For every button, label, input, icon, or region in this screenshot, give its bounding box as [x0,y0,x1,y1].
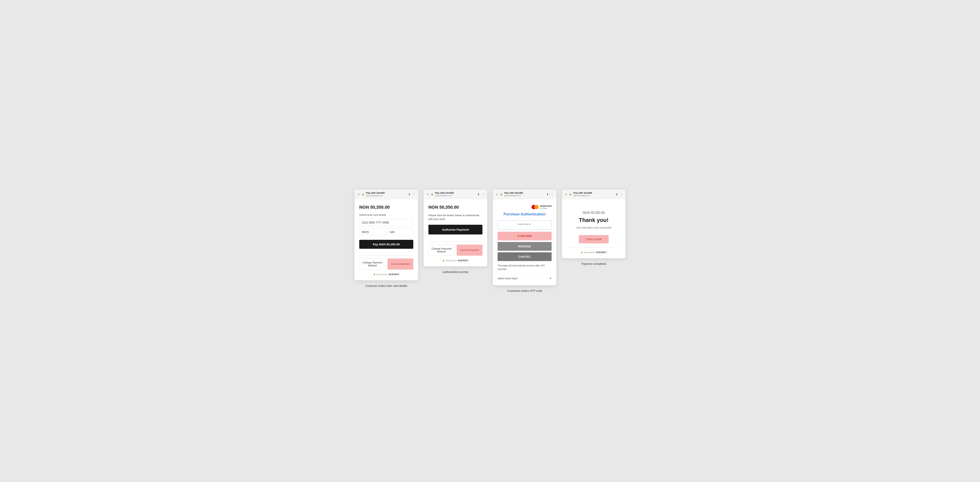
success-subtitle: Your trancation was successful [567,226,621,229]
browser-url-4: pay.seerbitapi.com [573,195,614,197]
mastercard-logo: mastercard ID Check [531,205,552,209]
cancel-payment-button-2[interactable]: Cancel Payment [457,244,482,256]
caption-2: Authorization prompt [442,270,468,274]
panel-1-wrapper: ✕ 🔒 Pay with SeerBit pay.seerbitapi.com … [355,190,418,287]
browser-title-1: Pay with SeerBit [366,192,407,194]
close-icon-4[interactable]: ✕ [565,193,568,196]
card-details-label: Debit/credit card details [359,213,413,216]
more-icon-4[interactable]: ⋮ [620,193,623,196]
card-number-input[interactable] [359,219,413,226]
help-row: Need some help? + [498,274,552,281]
secured-footer-2: 🔒 Secured by SEERBIT [428,259,482,262]
mc-circle-orange [534,205,539,209]
seerbit-logo-2: SEERBIT [458,259,469,262]
cvv-input[interactable] [387,228,413,236]
amount-label-2: NGN 50,350.00 [428,205,482,210]
divider-1 [359,255,413,256]
browser-frame-1: ✕ 🔒 Pay with SeerBit pay.seerbitapi.com … [355,190,418,280]
mastercard-header: mastercard ID Check [498,205,552,209]
timeout-text: The page will automatically timeout afte… [498,264,552,271]
purchase-auth-title: Purchase Authentication [498,212,552,216]
browser-title-block-4: Pay with SeerBit pay.seerbitapi.com [573,192,614,197]
bottom-actions-1: Change Payment Method Cancel Payment [359,258,413,270]
panels-container: ✕ 🔒 Pay with SeerBit pay.seerbitapi.com … [351,190,629,292]
expiry-input[interactable] [359,228,385,236]
change-payment-method-button-2[interactable]: Change Payment Method [428,244,455,256]
more-icon-2[interactable]: ⋮ [482,193,484,196]
close-modal-button[interactable]: Close modal [579,235,609,243]
lock-icon-4: 🔒 [569,193,572,196]
browser-title-2: Pay with SeerBit [435,192,476,194]
otp-input[interactable] [498,220,552,230]
panel-3-content: mastercard ID Check Purchase Authenticat… [493,199,556,285]
secured-by-text-4: Secured by [584,251,595,254]
cancel-otp-button[interactable]: CANCEL [498,252,552,261]
secured-footer-1: 🔒 Secured by SEERBIT [359,273,413,276]
close-icon[interactable]: ✕ [357,193,360,196]
panel-1-content: NGN 50,350.00 Debit/credit card details … [355,199,418,280]
pay-button[interactable]: Pay NGN 50,350.00 [359,240,413,249]
confirm-button[interactable]: CONFIRM [498,231,552,240]
panel-2-content: NGN 50,350.00 Please click the button be… [424,199,487,266]
caption-1: Customer enters their card details [366,284,407,287]
browser-frame-4: ✕ 🔒 Pay with SeerBit pay.seerbitapi.com … [562,190,625,258]
panel-3-wrapper: ✕ 🔒 Pay with SeerBit pay.seerbitapi.com … [493,190,556,292]
share-icon-4[interactable]: ⬆ [616,193,618,196]
close-icon-3[interactable]: ✕ [496,193,498,196]
secured-by-text-2: Secured by [446,259,457,262]
browser-title-3: Pay with SeerBit [504,192,545,194]
panel-4-content: NGN 50,350.00 Thank you! Your trancation… [562,199,625,258]
close-icon-2[interactable]: ✕ [426,193,429,196]
browser-actions-1: ⬆ ⋮ [408,193,415,196]
lock-icon-2: 🔒 [431,193,434,196]
more-icon-3[interactable]: ⋮ [551,193,554,196]
success-amount: NGN 50,350.00 [567,211,621,215]
bottom-actions-2: Change Payment Method Cancel Payment [428,244,482,256]
mastercard-circles [531,205,539,209]
mastercard-subtext: ID Check [540,207,552,209]
panel-4-wrapper: ✕ 🔒 Pay with SeerBit pay.seerbitapi.com … [562,190,625,265]
thank-you-title: Thank you! [567,217,621,224]
footer-lock-icon-1: 🔒 [373,273,375,275]
caption-4: Payment completed [581,262,606,265]
secured-footer-4: 🔒 Secured by SEERBIT [567,251,621,254]
mastercard-text-block: mastercard ID Check [540,205,552,209]
browser-url-3: pay.seerbitapi.com [504,195,545,197]
browser-title-block-1: Pay with SeerBit pay.seerbitapi.com [366,192,407,197]
secured-by-text-1: Secured by [377,273,388,276]
browser-title-block-3: Pay with SeerBit pay.seerbitapi.com [504,192,545,197]
footer-lock-icon-2: 🔒 [442,259,445,262]
more-icon[interactable]: ⋮ [412,193,415,196]
browser-bar-3: ✕ 🔒 Pay with SeerBit pay.seerbitapi.com … [493,190,556,199]
browser-url-2: pay.seerbitapi.com [435,195,476,197]
browser-bar-2: ✕ 🔒 Pay with SeerBit pay.seerbitapi.com … [424,190,487,199]
browser-actions-3: ⬆ ⋮ [546,193,554,196]
help-expand-icon[interactable]: + [549,276,552,281]
seerbit-logo-1: SEERBIT [388,273,399,276]
lock-icon: 🔒 [362,193,364,196]
share-icon[interactable]: ⬆ [408,193,410,196]
authorize-button[interactable]: Authorize Payment [428,225,482,235]
panel-2-wrapper: ✕ 🔒 Pay with SeerBit pay.seerbitapi.com … [424,190,487,273]
browser-url-1: pay.seerbitapi.com [366,195,407,197]
caption-3: Customers enters OTP code [507,289,542,292]
cancel-payment-button-1[interactable]: Cancel Payment [387,258,413,270]
browser-title-block-2: Pay with SeerBit pay.seerbitapi.com [435,192,476,197]
browser-actions-2: ⬆ ⋮ [477,193,484,196]
share-icon-3[interactable]: ⬆ [546,193,549,196]
browser-title-4: Pay with SeerBit [573,192,614,194]
mastercard-text: mastercard [540,205,552,207]
resend-button[interactable]: RESEND [498,242,552,251]
browser-actions-4: ⬆ ⋮ [616,193,623,196]
amount-label-1: NGN 50,350.00 [359,205,413,210]
browser-frame-2: ✕ 🔒 Pay with SeerBit pay.seerbitapi.com … [424,190,487,266]
browser-bar-1: ✕ 🔒 Pay with SeerBit pay.seerbitapi.com … [355,190,418,199]
browser-bar-4: ✕ 🔒 Pay with SeerBit pay.seerbitapi.com … [562,190,625,199]
footer-lock-icon-4: 🔒 [581,251,583,253]
auth-subtitle: Please click the button below to authent… [428,213,482,221]
change-payment-method-button-1[interactable]: Change Payment Method [359,258,385,270]
lock-icon-3: 🔒 [500,193,503,196]
browser-frame-3: ✕ 🔒 Pay with SeerBit pay.seerbitapi.com … [493,190,556,285]
expiry-cvv-row [359,228,413,236]
share-icon-2[interactable]: ⬆ [477,193,480,196]
